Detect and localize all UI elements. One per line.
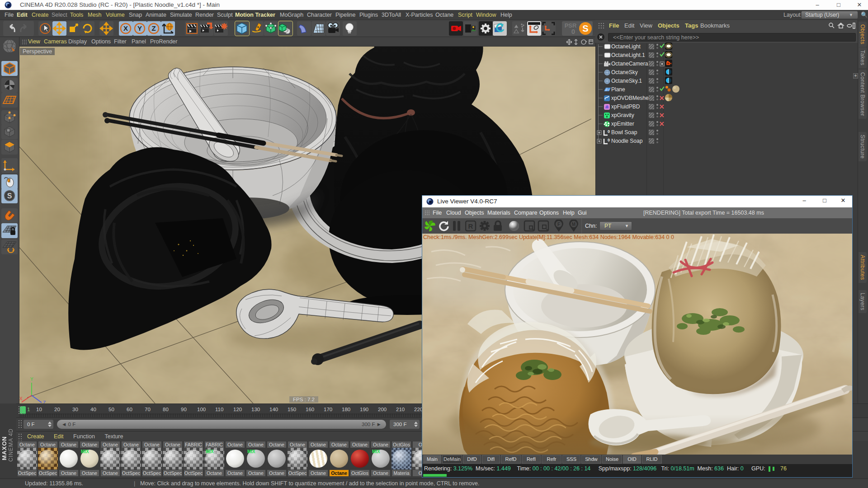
svg-text:X: X [123, 24, 128, 32]
svg-text:R: R [468, 222, 473, 230]
svg-text:M: M [572, 222, 576, 227]
svg-text:Y: Y [137, 24, 142, 32]
svg-text:60: 60 [127, 407, 132, 412]
svg-text:1: 1 [27, 407, 30, 412]
svg-text:40: 40 [90, 407, 96, 412]
svg-text:Y: Y [30, 377, 33, 382]
svg-text:170: 170 [324, 407, 332, 412]
svg-text:140: 140 [269, 407, 278, 412]
svg-text:130: 130 [251, 407, 260, 412]
svg-text:50: 50 [108, 407, 114, 412]
svg-text:210: 210 [396, 407, 405, 412]
svg-text:90: 90 [181, 407, 187, 412]
svg-text:0: 0 [608, 129, 610, 134]
svg-text:0: 0 [608, 138, 610, 142]
svg-text:F: F [557, 222, 560, 227]
svg-text:200: 200 [378, 407, 387, 412]
svg-text:30: 30 [72, 407, 78, 412]
svg-text:80: 80 [163, 407, 169, 412]
svg-text:Z: Z [151, 24, 156, 32]
svg-text:160: 160 [306, 407, 314, 412]
svg-text:X: X [19, 396, 23, 401]
svg-text:10: 10 [36, 407, 42, 412]
svg-text:100: 100 [197, 407, 206, 412]
svg-text:0: 0 [571, 28, 575, 35]
svg-text:180: 180 [342, 407, 350, 412]
svg-text:S: S [7, 192, 12, 200]
svg-text:110: 110 [215, 407, 223, 412]
svg-text:120: 120 [233, 407, 242, 412]
svg-text:Z: Z [43, 400, 46, 404]
svg-text:70: 70 [145, 407, 151, 412]
svg-text:20: 20 [54, 407, 60, 412]
svg-text:S: S [582, 23, 588, 33]
svg-text:190: 190 [360, 407, 368, 412]
svg-text:150: 150 [288, 407, 296, 412]
